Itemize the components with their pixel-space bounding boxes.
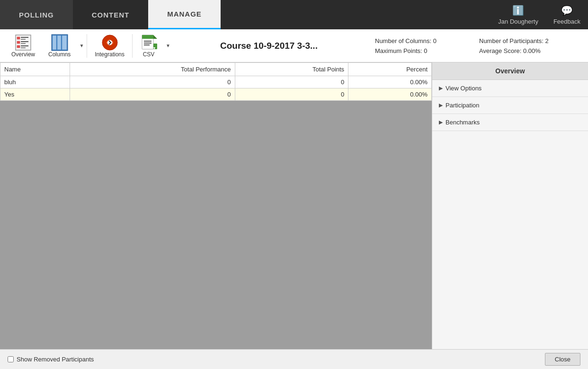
svg-rect-20 [144, 43, 151, 44]
benchmarks-label: Benchmarks [445, 119, 480, 126]
columns-dropdown-arrow[interactable]: ▼ [77, 32, 86, 60]
svg-rect-2 [21, 37, 28, 38]
num-participants-stat: Number of Participants: 2 [479, 37, 574, 44]
user-icon: ℹ️ [512, 5, 524, 16]
right-panel-view-options[interactable]: ▶ View Options [432, 80, 588, 97]
table-area: Name Total Performance Total Points Perc… [0, 62, 432, 349]
separator-1 [87, 34, 87, 58]
view-options-arrow: ▶ [439, 85, 443, 91]
columns-icon [51, 34, 68, 51]
svg-rect-6 [21, 43, 26, 44]
separator-2 [132, 34, 133, 58]
nav-spacer [221, 0, 491, 29]
columns-label: Columns [48, 51, 71, 58]
tab-polling[interactable]: POLLING [0, 0, 73, 29]
csv-label: CSV [143, 51, 155, 58]
right-panel: Overview ▶ View Options ▶ Participation … [432, 62, 588, 349]
benchmarks-arrow: ▶ [439, 119, 443, 125]
num-participants-label: Number of Participants: [479, 37, 543, 44]
max-points-value: 0 [424, 47, 427, 54]
col-header-total-points: Total Points [235, 63, 348, 76]
svg-rect-9 [21, 47, 26, 48]
overview-button[interactable]: Overview [5, 31, 42, 61]
view-options-label: View Options [445, 85, 481, 92]
svg-rect-21 [144, 44, 150, 45]
num-participants-value: 2 [545, 37, 548, 44]
svg-rect-4 [17, 41, 20, 44]
csv-dropdown-arrow[interactable]: ▼ [164, 32, 172, 60]
svg-rect-1 [17, 37, 20, 39]
participation-arrow: ▶ [439, 102, 443, 108]
cell-total-performance: 0 [70, 76, 235, 88]
user-info: ℹ️ Jan Dougherty [490, 0, 546, 29]
avg-score-stat: Average Score: 0.00% [479, 47, 574, 54]
cell-total-points: 0 [235, 76, 348, 88]
csv-button[interactable]: CSV [134, 31, 164, 61]
svg-rect-17 [142, 35, 153, 39]
cell-total-points: 0 [235, 88, 348, 101]
top-navigation: POLLING CONTENT MANAGE ℹ️ Jan Dougherty … [0, 0, 588, 29]
svg-rect-19 [144, 41, 151, 42]
svg-rect-12 [57, 35, 61, 50]
svg-rect-8 [21, 45, 28, 46]
main-area: Name Total Performance Total Points Perc… [0, 62, 588, 349]
integrations-label: Integrations [95, 51, 125, 58]
columns-button-group: Columns ▼ [42, 31, 86, 61]
cell-total-performance: 0 [70, 88, 235, 101]
close-button[interactable]: Close [545, 353, 580, 366]
feedback-label: Feedback [553, 18, 580, 25]
stats-left: Number of Columns: 0 Maximum Points: 0 [365, 37, 470, 54]
svg-marker-18 [153, 35, 157, 39]
columns-button[interactable]: Columns [42, 31, 77, 61]
num-columns-value: 0 [433, 37, 437, 44]
bottom-bar: Show Removed Participants Close [0, 349, 588, 369]
integrations-icon [101, 34, 118, 51]
max-points-stat: Maximum Points: 0 [375, 47, 460, 54]
show-removed-label: Show Removed Participants [17, 356, 94, 363]
svg-rect-3 [21, 39, 26, 40]
gray-fill-area [0, 101, 432, 349]
overview-label: Overview [11, 51, 35, 58]
feedback-button[interactable]: 💬 Feedback [546, 0, 588, 29]
csv-icon [140, 34, 157, 51]
avg-score-label: Average Score: [479, 47, 521, 54]
col-header-total-performance: Total Performance [70, 63, 235, 76]
num-columns-stat: Number of Columns: 0 [375, 37, 460, 44]
toolbar: Overview Columns ▼ Integrations [0, 29, 588, 62]
cell-percent: 0.00% [348, 76, 432, 88]
svg-point-15 [107, 40, 112, 45]
svg-rect-5 [21, 41, 28, 42]
right-panel-header: Overview [432, 62, 588, 80]
tab-manage[interactable]: MANAGE [148, 0, 221, 29]
svg-rect-13 [62, 35, 67, 50]
svg-rect-11 [53, 35, 56, 50]
col-header-percent: Percent [348, 63, 432, 76]
cell-percent: 0.00% [348, 88, 432, 101]
cell-name: bluh [0, 76, 70, 88]
num-columns-label: Number of Columns: [375, 37, 431, 44]
course-title-area: Course 10-9-2017 3-3... [172, 41, 365, 51]
course-title: Course 10-9-2017 3-3... [172, 41, 365, 51]
max-points-label: Maximum Points: [375, 47, 422, 54]
avg-score-value: 0.00% [523, 47, 541, 54]
table-row[interactable]: Yes 0 0 0.00% [0, 88, 432, 101]
data-table: Name Total Performance Total Points Perc… [0, 62, 432, 101]
user-name: Jan Dougherty [498, 18, 538, 25]
integrations-button[interactable]: Integrations [88, 31, 131, 61]
col-header-name: Name [0, 63, 70, 76]
svg-rect-7 [17, 45, 20, 48]
table-row[interactable]: bluh 0 0 0.00% [0, 76, 432, 88]
overview-icon [15, 34, 32, 51]
right-panel-benchmarks[interactable]: ▶ Benchmarks [432, 114, 588, 131]
csv-button-group: CSV ▼ [134, 31, 172, 61]
show-removed-area[interactable]: Show Removed Participants [8, 356, 94, 363]
feedback-icon: 💬 [561, 5, 573, 16]
show-removed-checkbox[interactable] [8, 356, 14, 362]
stats-right: Number of Participants: 2 Average Score:… [470, 37, 583, 54]
cell-name: Yes [0, 88, 70, 101]
participation-label: Participation [445, 102, 480, 109]
tab-content[interactable]: CONTENT [73, 0, 149, 29]
right-panel-participation[interactable]: ▶ Participation [432, 97, 588, 114]
